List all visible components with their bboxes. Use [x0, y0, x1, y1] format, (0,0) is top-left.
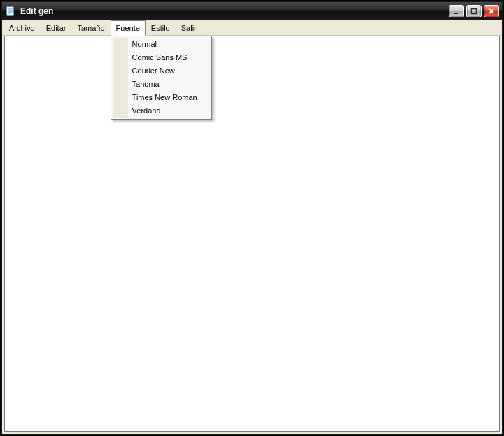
dropdown-fuente: Normal Comic Sans MS Courier New Tahoma …: [111, 36, 212, 120]
dropdown-item-comic-sans[interactable]: Comic Sans MS: [113, 51, 210, 64]
text-editor[interactable]: [5, 36, 499, 431]
close-button[interactable]: [484, 5, 499, 17]
dropdown-item-tahoma[interactable]: Tahoma: [113, 78, 210, 91]
dropdown-item-times-new-roman[interactable]: Times New Roman: [113, 91, 210, 104]
menu-label: Editar: [46, 21, 66, 35]
menu-fuente[interactable]: Fuente Normal Comic Sans MS Courier New …: [111, 20, 146, 36]
dropdown-item-courier-new[interactable]: Courier New: [113, 64, 210, 78]
window-title: Edit gen: [20, 6, 53, 16]
menu-label: Archivo: [9, 21, 35, 35]
titlebar[interactable]: Edit gen: [2, 2, 502, 20]
document-icon: [5, 6, 16, 17]
svg-rect-0: [7, 7, 14, 16]
menu-label: Tamaño: [77, 21, 104, 35]
menu-archivo[interactable]: Archivo: [4, 20, 41, 35]
dropdown-item-label: Courier New: [132, 66, 175, 75]
dropdown-item-verdana[interactable]: Verdana: [113, 104, 210, 118]
dropdown-item-label: Times New Roman: [132, 93, 197, 101]
dropdown-item-label: Comic Sans MS: [132, 53, 188, 62]
dropdown-item-normal[interactable]: Normal: [113, 38, 210, 51]
menu-label: Salir: [181, 21, 197, 35]
menu-label: Estilo: [151, 21, 170, 35]
menubar: Archivo Editar Tamaño Fuente Normal Comi…: [2, 20, 502, 36]
client-area: [4, 36, 500, 432]
menu-tamano[interactable]: Tamaño: [71, 20, 110, 35]
dropdown-item-label: Verdana: [132, 106, 161, 115]
dropdown-item-label: Normal: [132, 40, 157, 48]
dropdown-item-label: Tahoma: [132, 80, 160, 88]
menu-estilo[interactable]: Estilo: [146, 20, 176, 35]
maximize-button[interactable]: [466, 5, 482, 17]
menu-salir[interactable]: Salir: [176, 20, 202, 35]
app-window: Edit gen Archivo Editar Tamaño Fuente No…: [1, 1, 503, 435]
minimize-button[interactable]: [449, 5, 464, 17]
svg-rect-6: [472, 9, 477, 14]
menu-label: Fuente: [116, 21, 140, 35]
menu-editar[interactable]: Editar: [41, 20, 72, 35]
svg-rect-5: [454, 13, 458, 14]
